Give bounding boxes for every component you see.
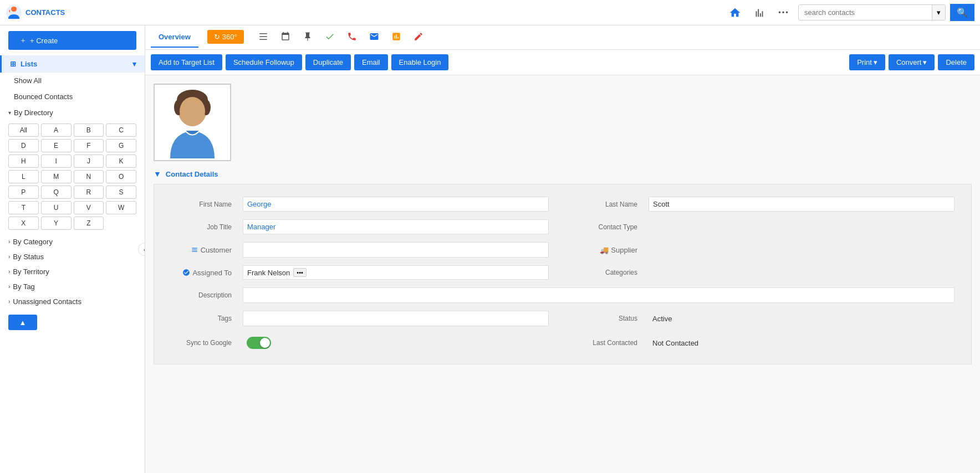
tab-360[interactable]: ↻ 360° (200, 25, 252, 50)
dir-y[interactable]: Y (41, 217, 72, 230)
convert-button[interactable]: Convert ▾ (889, 54, 935, 70)
duplicate-button[interactable]: Duplicate (305, 54, 351, 70)
job-title-label: Job Title (165, 215, 237, 238)
description-value[interactable] (237, 284, 960, 307)
sidebar-by-category[interactable]: › By Category (0, 234, 145, 249)
schedule-followup-button[interactable]: Schedule Followup (226, 54, 302, 70)
chart-icon[interactable] (749, 3, 769, 23)
contact-details-header[interactable]: ▼ Contact Details (154, 169, 972, 178)
dir-x[interactable]: X (8, 217, 39, 230)
customer-value[interactable] (237, 238, 554, 261)
grid-icon: ⊞ (10, 60, 16, 68)
action-bar: Add to Target List Schedule Followup Dup… (145, 50, 980, 75)
tab-email-icon[interactable] (364, 28, 385, 47)
dir-m[interactable]: M (41, 170, 72, 183)
dir-o[interactable]: O (106, 170, 136, 183)
dir-f[interactable]: F (74, 139, 104, 152)
tags-label: Tags (165, 307, 237, 330)
tab-edit-icon[interactable] (408, 28, 429, 47)
scroll-up-button[interactable]: ▲ (8, 315, 37, 330)
description-label: Description (165, 284, 237, 307)
chevron-right-icon: › (8, 254, 10, 260)
table-row: Customer 🚚 Supplier (165, 238, 960, 261)
dir-g[interactable]: G (106, 139, 136, 152)
chevron-right-icon: › (8, 284, 10, 290)
dir-z[interactable]: Z (74, 217, 104, 230)
sidebar-by-territory[interactable]: › By Territory (0, 264, 145, 279)
sync-to-google-value[interactable] (237, 330, 554, 356)
contact-content: ▼ Contact Details First Name George (145, 75, 980, 373)
create-button[interactable]: ＋ + Create (8, 31, 136, 50)
dir-i[interactable]: I (41, 155, 72, 168)
tab-checklist-icon[interactable] (319, 28, 340, 47)
by-directory-header[interactable]: ▾ By Directory (0, 105, 145, 121)
dir-r[interactable]: R (74, 186, 104, 199)
supplier-label: 🚚 Supplier (576, 238, 643, 261)
search-button[interactable]: 🔍 (950, 4, 974, 21)
sidebar-item-bounced[interactable]: Bounced Contacts (0, 89, 145, 105)
dir-u[interactable]: U (41, 201, 72, 214)
dropdown-arrow-icon: ▾ (923, 58, 927, 66)
dir-v[interactable]: V (74, 201, 104, 214)
app-brand: CONTACTS (6, 4, 65, 21)
tab-note-icon[interactable] (386, 28, 407, 47)
sidebar-lists-section[interactable]: ⊞ Lists ▾ (0, 55, 145, 73)
sidebar-unassigned-contacts[interactable]: › Unassigned Contacts (0, 294, 145, 309)
dir-all[interactable]: All (8, 124, 39, 137)
print-button[interactable]: Print ▾ (849, 54, 885, 70)
avatar-image (162, 86, 223, 158)
job-title-value[interactable]: Manager (237, 215, 554, 238)
supplier-value[interactable] (643, 238, 960, 261)
search-input[interactable] (799, 5, 932, 20)
status-label: Status (576, 307, 643, 330)
table-row: Sync to Google Last Contacted (165, 330, 960, 356)
dir-h[interactable]: H (8, 155, 39, 168)
tab-list-icon[interactable] (253, 28, 274, 47)
dir-s[interactable]: S (106, 186, 136, 199)
sidebar-by-tag[interactable]: › By Tag (0, 279, 145, 294)
assigned-to-value[interactable]: Frank Nelson ••• (237, 261, 554, 284)
dir-j[interactable]: J (74, 155, 104, 168)
dir-c[interactable]: C (106, 124, 136, 137)
dir-t[interactable]: T (8, 201, 39, 214)
dir-d[interactable]: D (8, 139, 39, 152)
sidebar-item-show-all[interactable]: Show All (0, 73, 145, 89)
delete-button[interactable]: Delete (938, 54, 974, 70)
dir-q[interactable]: Q (41, 186, 72, 199)
enable-login-button[interactable]: Enable Login (391, 54, 449, 70)
contacts-icon (6, 4, 22, 21)
app-title: CONTACTS (25, 8, 65, 17)
dir-a[interactable]: A (41, 124, 72, 137)
add-to-target-button[interactable]: Add to Target List (151, 54, 222, 70)
categories-value[interactable] (643, 261, 960, 284)
dir-l[interactable]: L (8, 170, 39, 183)
dir-b[interactable]: B (74, 124, 104, 137)
contact-type-value[interactable] (643, 215, 960, 238)
tags-value[interactable] (237, 307, 554, 330)
last-contacted-label: Last Contacted (576, 330, 643, 356)
contact-type-label: Contact Type (576, 215, 643, 238)
last-name-value[interactable]: Scott (643, 193, 960, 215)
assigned-icon (182, 269, 190, 276)
tab-overview[interactable]: Overview (151, 27, 198, 48)
dir-n[interactable]: N (74, 170, 104, 183)
tab-calendar-icon[interactable] (275, 28, 296, 47)
assigned-to-more-btn[interactable]: ••• (293, 268, 307, 277)
dir-p[interactable]: P (8, 186, 39, 199)
tab-phone-icon[interactable] (341, 28, 363, 47)
main-layout: ＋ + Create ⊞ Lists ▾ Show All Bounced Co… (0, 25, 980, 473)
dir-w[interactable]: W (106, 201, 136, 214)
more-icon[interactable]: ••• (774, 3, 794, 23)
first-name-value[interactable]: George (237, 193, 554, 215)
table-row: Job Title Manager Contact Type (165, 215, 960, 238)
dir-e[interactable]: E (41, 139, 72, 152)
table-row: Description (165, 284, 960, 307)
dir-k[interactable]: K (106, 155, 136, 168)
search-dropdown-btn[interactable]: ▾ (932, 5, 945, 20)
home-icon[interactable] (725, 3, 745, 23)
sync-google-toggle[interactable] (247, 337, 271, 349)
tab-pin-icon[interactable] (297, 28, 318, 47)
sidebar-by-status[interactable]: › By Status (0, 249, 145, 264)
directory-grid: All A B C D E F G H I J K L M N O P Q R … (0, 121, 145, 234)
email-button[interactable]: Email (354, 54, 388, 70)
